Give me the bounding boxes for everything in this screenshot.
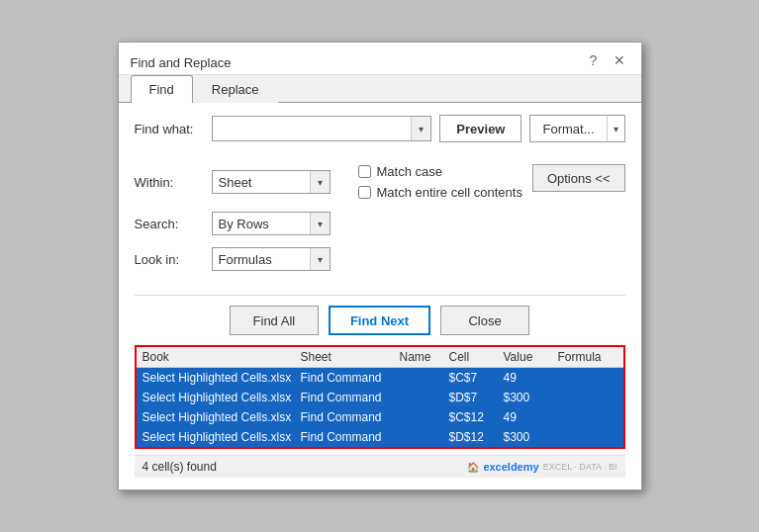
lookin-value: Formulas xyxy=(213,252,310,267)
options-row-flex: Within: Sheet ▾ Match case xyxy=(135,164,625,277)
right-options: Options << xyxy=(532,164,625,192)
tab-find[interactable]: Find xyxy=(131,75,193,103)
cell-sheet: Find Command xyxy=(295,391,394,404)
within-arrow[interactable]: ▾ xyxy=(310,171,330,193)
col-header-cell: Cell xyxy=(443,350,498,364)
cell-sheet: Find Command xyxy=(295,410,394,424)
match-entire-checkbox[interactable] xyxy=(358,186,371,199)
within-select[interactable]: Sheet ▾ xyxy=(212,170,331,194)
col-header-formula: Formula xyxy=(552,350,623,364)
find-dropdown-arrow[interactable]: ▾ xyxy=(411,117,430,140)
table-row[interactable]: Select Highlighted Cells.xlsx Find Comma… xyxy=(137,427,623,447)
results-rows: Select Highlighted Cells.xlsx Find Comma… xyxy=(137,368,623,447)
status-text: 4 cell(s) found xyxy=(142,460,217,474)
find-next-button[interactable]: Find Next xyxy=(329,306,430,335)
close-button[interactable]: Close xyxy=(440,306,529,335)
tab-replace[interactable]: Replace xyxy=(193,75,278,103)
find-what-label: Find what: xyxy=(135,122,204,136)
lookin-arrow[interactable]: ▾ xyxy=(310,248,330,270)
find-input-wrapper: ▾ xyxy=(212,116,432,141)
close-title-button[interactable]: ✕ xyxy=(610,50,629,70)
lookin-label: Look in: xyxy=(135,252,204,267)
search-arrow[interactable]: ▾ xyxy=(310,213,330,234)
within-value: Sheet xyxy=(213,175,310,190)
options-button[interactable]: Options << xyxy=(532,164,625,192)
options-section: Within: Sheet ▾ Match case xyxy=(135,156,625,285)
find-all-button[interactable]: Find All xyxy=(230,306,319,335)
cell-book: Select Highlighted Cells.xlsx xyxy=(137,391,295,404)
format-btn-group: Format... ▾ xyxy=(529,115,624,142)
table-row[interactable]: Select Highlighted Cells.xlsx Find Comma… xyxy=(137,407,623,427)
results-area: Book Sheet Name Cell Value Formula Selec… xyxy=(135,345,625,449)
search-value: By Rows xyxy=(213,217,310,231)
table-row[interactable]: Select Highlighted Cells.xlsx Find Comma… xyxy=(137,388,623,407)
watermark-text: exceldemy xyxy=(483,461,538,473)
cell-book: Select Highlighted Cells.xlsx xyxy=(137,430,295,444)
within-label: Within: xyxy=(135,175,204,190)
cell-cell: $D$12 xyxy=(443,430,498,444)
cell-cell: $D$7 xyxy=(443,391,498,404)
format-arrow-button[interactable]: ▾ xyxy=(607,116,624,141)
match-entire-row: Match entire cell contents xyxy=(358,185,522,200)
results-header: Book Sheet Name Cell Value Formula xyxy=(137,347,623,368)
format-button[interactable]: Format... xyxy=(530,116,606,141)
title-bar: Find and Replace ? ✕ xyxy=(119,43,641,75)
action-buttons: Find All Find Next Close xyxy=(135,306,625,335)
status-bar: 4 cell(s) found 🏠 exceldemy EXCEL · DATA… xyxy=(135,455,625,478)
table-row[interactable]: Select Highlighted Cells.xlsx Find Comma… xyxy=(137,368,623,388)
cell-book: Select Highlighted Cells.xlsx xyxy=(137,410,295,424)
cell-cell: $C$7 xyxy=(443,371,498,385)
preview-button[interactable]: Preview xyxy=(439,115,522,142)
cell-sheet: Find Command xyxy=(295,430,394,444)
watermark-logo: 🏠 xyxy=(467,462,479,473)
match-case-checkbox[interactable] xyxy=(358,165,371,178)
col-header-book: Book xyxy=(137,350,295,364)
match-case-label: Match case xyxy=(377,164,442,179)
cell-book: Select Highlighted Cells.xlsx xyxy=(137,371,295,385)
cell-sheet: Find Command xyxy=(295,371,394,385)
col-header-value: Value xyxy=(498,350,552,364)
within-row: Within: Sheet ▾ Match case xyxy=(135,164,522,200)
cell-value: 49 xyxy=(498,371,552,385)
col-header-name: Name xyxy=(394,350,443,364)
left-options: Within: Sheet ▾ Match case xyxy=(135,164,522,277)
search-label: Search: xyxy=(135,217,204,231)
find-input[interactable] xyxy=(213,117,412,140)
title-controls: ? ✕ xyxy=(584,50,629,74)
match-entire-label: Match entire cell contents xyxy=(377,185,522,200)
find-what-row: Find what: ▾ Preview Format... ▾ xyxy=(135,115,625,142)
lookin-row: Look in: Formulas ▾ xyxy=(135,247,522,271)
watermark: 🏠 exceldemy EXCEL · DATA · BI xyxy=(467,461,617,473)
match-case-row: Match case xyxy=(358,164,522,179)
cell-cell: $C$12 xyxy=(443,410,498,424)
lookin-select[interactable]: Formulas ▾ xyxy=(212,247,331,271)
cell-value: $300 xyxy=(498,391,552,404)
tab-bar: Find Replace xyxy=(119,75,641,103)
cell-value: 49 xyxy=(498,410,552,424)
divider xyxy=(135,295,625,296)
cell-value: $300 xyxy=(498,430,552,444)
dialog-title: Find and Replace xyxy=(131,55,232,70)
search-select[interactable]: By Rows ▾ xyxy=(212,212,331,235)
search-row: Search: By Rows ▾ xyxy=(135,212,522,235)
dialog-body: Find what: ▾ Preview Format... ▾ Within: xyxy=(119,103,641,489)
col-header-sheet: Sheet xyxy=(295,350,394,364)
watermark-subtext: EXCEL · DATA · BI xyxy=(543,462,617,472)
checkboxes-col: Match case Match entire cell contents xyxy=(358,164,522,200)
help-button[interactable]: ? xyxy=(584,50,604,70)
find-replace-dialog: Find and Replace ? ✕ Find Replace Find w… xyxy=(118,42,642,490)
